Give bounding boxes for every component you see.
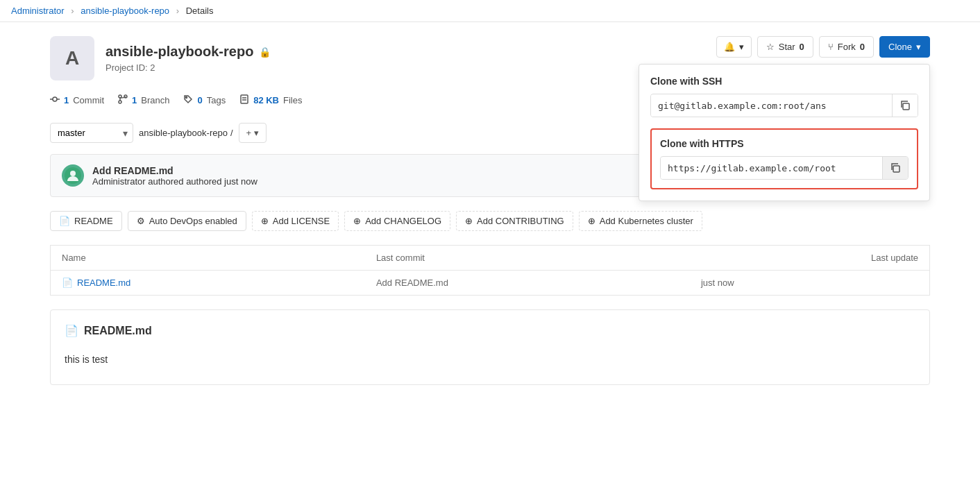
clone-ssh-input[interactable] — [651, 95, 892, 117]
add-changelog-button[interactable]: ⊕ Add CHANGELOG — [344, 211, 450, 231]
clone-ssh-title: Clone with SSH — [650, 76, 918, 87]
clone-ssh-section: Clone with SSH — [650, 76, 918, 117]
fork-button[interactable]: ⑂ Fork 0 — [819, 36, 874, 58]
project-actions: 🔔 ▾ ☆ Star 0 ⑂ Fork 0 Clone ▾ Clone with… — [716, 36, 930, 58]
files-label: Files — [283, 95, 302, 105]
readme-section-title: 📄 README.md — [65, 324, 915, 337]
add-k8s-button[interactable]: ⊕ Add Kubernetes cluster — [579, 211, 702, 231]
clone-https-input[interactable] — [661, 157, 882, 179]
add-chevron-icon: ▾ — [254, 128, 259, 138]
readme-content: this is test — [65, 348, 915, 370]
files-icon — [239, 94, 249, 106]
project-title: ansible-playbook-repo 🔒 — [105, 44, 271, 60]
file-update-time: just now — [701, 278, 734, 288]
commits-label: Commit — [73, 95, 104, 105]
col-last-commit: Last commit — [365, 246, 690, 271]
autodevops-button[interactable]: ⚙ Auto DevOps enabled — [128, 211, 246, 231]
clone-https-input-row: Copy URL — [660, 156, 909, 180]
action-buttons: 📄 README ⚙ Auto DevOps enabled ⊕ Add LIC… — [50, 211, 930, 231]
svg-rect-9 — [241, 95, 248, 103]
file-update-cell: just now — [690, 271, 930, 296]
branch-select[interactable]: master — [50, 123, 133, 143]
add-contributing-button[interactable]: ⊕ Add CONTRIBUTING — [456, 211, 573, 231]
add-changelog-label: Add CHANGELOG — [365, 216, 441, 226]
star-count: 0 — [800, 42, 804, 52]
commit-avatar-placeholder — [62, 164, 84, 187]
svg-point-2 — [53, 97, 57, 101]
stat-tags: 0 Tags — [183, 94, 226, 106]
project-info: A ansible-playbook-repo 🔒 Project ID: 2 — [50, 36, 271, 80]
svg-point-6 — [119, 101, 121, 103]
chevron-down-icon: ▾ — [739, 42, 744, 52]
file-commit-cell: Add README.md — [365, 271, 690, 296]
commit-icon — [50, 94, 60, 106]
readme-section: 📄 README.md this is test — [50, 309, 930, 385]
files-table-body: 📄 README.md Add README.md just now — [51, 271, 930, 296]
autodevops-label: Auto DevOps enabled — [149, 216, 237, 226]
user-avatar-icon — [65, 167, 81, 184]
readme-file-icon: 📄 — [65, 324, 78, 337]
svg-point-13 — [70, 171, 76, 176]
branch-wrapper: master — [50, 123, 133, 143]
bell-icon: 🔔 — [724, 42, 735, 52]
notification-button[interactable]: 🔔 ▾ — [716, 36, 752, 58]
files-table-header: Name Last commit Last update — [51, 246, 930, 271]
breadcrumb-admin[interactable]: Administrator — [11, 6, 65, 16]
tags-link[interactable]: 0 — [197, 95, 202, 105]
clone-chevron-icon: ▾ — [916, 42, 921, 52]
tags-label: Tags — [207, 95, 226, 105]
commit-author-info: Administrator authored authored just now — [92, 176, 257, 187]
tags-count: 0 — [197, 95, 202, 105]
svg-rect-1 — [893, 166, 899, 172]
add-file-button[interactable]: + ▾ — [239, 123, 267, 143]
readme-icon: 📄 — [59, 216, 70, 226]
clone-https-copy-button[interactable] — [882, 157, 908, 179]
breadcrumb-sep-1: › — [71, 6, 74, 16]
add-k8s-label: Add Kubernetes cluster — [600, 216, 693, 226]
star-icon: ☆ — [766, 42, 775, 52]
clone-https-title: Clone with HTTPS — [660, 138, 909, 149]
files-link[interactable]: 82 KB — [253, 95, 279, 105]
repo-path-name: ansible-playbook-repo — [139, 128, 228, 138]
fork-icon: ⑂ — [828, 42, 834, 52]
files-size: 82 KB — [253, 95, 279, 105]
readme-filename: README.md — [84, 325, 152, 337]
star-label: Star — [779, 42, 795, 52]
file-name-text: README.md — [77, 278, 130, 288]
add-license-button[interactable]: ⊕ Add LICENSE — [252, 211, 339, 231]
clone-https-section: Clone with HTTPS Copy URL — [650, 128, 918, 189]
clone-ssh-input-row — [650, 94, 918, 117]
repo-path: ansible-playbook-repo / — [139, 128, 233, 138]
readme-label: README — [74, 216, 113, 226]
table-row: 📄 README.md Add README.md just now — [51, 271, 930, 296]
col-name: Name — [51, 246, 365, 271]
add-license-label: Add LICENSE — [273, 216, 330, 226]
branch-icon — [118, 94, 128, 106]
fork-label: Fork — [838, 42, 856, 52]
branches-link[interactable]: 1 — [132, 95, 137, 105]
clone-button[interactable]: Clone ▾ — [879, 36, 930, 58]
stat-commits: 1 Commit — [50, 94, 104, 106]
commit-avatar — [62, 164, 84, 187]
files-table: Name Last commit Last update 📄 README.md… — [50, 245, 930, 296]
clone-dropdown: Clone with SSH Clone with HTTPS — [639, 64, 930, 201]
col-last-update: Last update — [690, 246, 930, 271]
gear-icon: ⚙ — [137, 216, 145, 226]
readme-button[interactable]: 📄 README — [50, 211, 122, 231]
file-link[interactable]: 📄 README.md — [62, 278, 354, 288]
commit-time: authored — [148, 176, 186, 187]
fork-count: 0 — [860, 42, 865, 52]
file-name-cell: 📄 README.md — [51, 271, 365, 296]
breadcrumb-current: Details — [186, 6, 214, 16]
project-id: Project ID: 2 — [105, 62, 271, 73]
path-separator: / — [230, 128, 233, 138]
breadcrumb-repo[interactable]: ansible-playbook-repo — [81, 6, 169, 16]
commits-link[interactable]: 1 — [64, 95, 69, 105]
commits-count: 1 — [64, 95, 69, 105]
commit-time-relative: authored just now — [186, 176, 257, 187]
clone-ssh-copy-button[interactable] — [892, 94, 918, 117]
stat-files: 82 KB Files — [239, 94, 302, 106]
star-button[interactable]: ☆ Star 0 — [757, 36, 813, 58]
copy-icon — [899, 100, 911, 111]
breadcrumb-sep-2: › — [176, 6, 179, 16]
